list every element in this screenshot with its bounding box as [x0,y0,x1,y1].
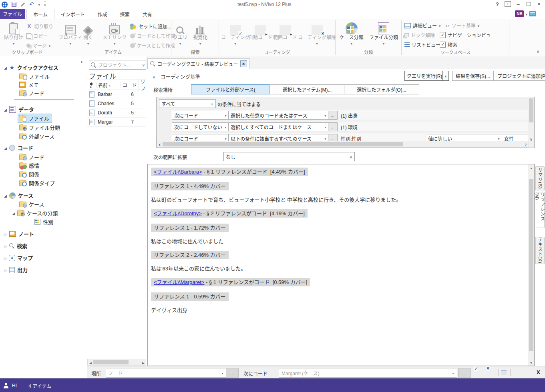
uncode-button[interactable]: コーディング解除 [298,20,336,46]
scrollbar-thumb[interactable] [93,360,129,364]
expanded-icon[interactable] [4,64,7,70]
tab-import[interactable]: インポート [54,9,91,19]
add-to-project-button[interactable]: プロジェクトに追加(P)... [494,71,545,81]
horizontal-scrollbar[interactable] [87,359,147,366]
help-icon[interactable] [492,0,503,8]
column-codes[interactable]: コード [121,82,139,88]
scroll-right-icon[interactable] [141,360,146,365]
save-icon[interactable] [12,2,16,7]
create-as-case-button[interactable]: ケースとして作成 [130,42,175,49]
undock-button[interactable]: ドック解除 [404,32,435,38]
user-avatar-badge[interactable]: NB [515,10,524,17]
nav-nodes[interactable]: ノード [19,153,44,161]
scroll-down-icon[interactable] [530,360,533,365]
expanded-icon[interactable] [4,145,7,151]
restore-icon[interactable] [523,0,534,8]
user-dropdown-icon[interactable] [525,11,527,17]
tab-home[interactable]: ホーム [26,9,54,20]
file-menu-tab[interactable]: ファイル [0,9,25,19]
nav-file-classifications[interactable]: ファイル分類 [19,123,60,132]
nav-externals[interactable]: 外部ソース [19,132,54,140]
location-browse-button[interactable]: . . . [226,368,239,378]
visualize-button[interactable]: 視覚化 [193,20,207,46]
nav-cases-folder[interactable]: ケース [19,200,44,208]
scrollbar-thumb[interactable] [163,142,403,146]
nav-maps[interactable]: マップ [4,254,33,262]
save-results-button[interactable]: 結果を保存(S)... [452,71,494,81]
autocode-button[interactable]: 自動コード [248,20,272,40]
copy-button[interactable]: コピー [26,32,48,39]
file-link[interactable]: <ファイル\\Barbara> [154,169,202,175]
nav-qa-nodes[interactable]: ノード [19,89,44,97]
expanded-icon[interactable] [12,210,15,216]
nav-qa-memos[interactable]: メモ [19,80,39,89]
search-dropdown-icon[interactable] [142,62,145,68]
list-view-button[interactable]: リストビュー [404,41,444,48]
nav-search[interactable]: 検索 [4,242,27,250]
collapsed-icon[interactable] [4,255,7,261]
expanded-icon[interactable] [4,192,7,198]
spread-dropdown[interactable]: なし [223,152,355,161]
nav-cases[interactable]: ケース [4,191,33,200]
collapsed-icon[interactable] [4,267,7,273]
results-vertical-scrollbar[interactable] [528,164,534,366]
nav-sentiment[interactable]: 感情 [19,161,39,170]
pin-column-icon[interactable] [90,83,94,87]
operand-dropdown[interactable]: 選択した任意のコードまたはケース [228,111,329,120]
scope-selected-folders-button[interactable]: 選択したフォルダ(O)... [344,84,419,94]
quick-access-customize-icon[interactable] [44,2,46,8]
scrollbar-thumb[interactable] [529,98,533,122]
edit-icon[interactable] [21,2,25,7]
close-icon[interactable] [534,0,544,8]
add-to-set-button[interactable]: セットに追加... [130,23,171,30]
nav-files-selected[interactable]: ファイル [18,114,52,122]
detail-view-button[interactable]: 詳細ビュー [404,22,441,29]
open-button[interactable]: 開く [83,20,93,46]
minimize-icon[interactable] [513,0,523,8]
collapse-ribbon-icon[interactable] [537,48,539,54]
run-query-dropdown[interactable] [442,71,449,81]
cut-button[interactable]: 切り取り [26,23,53,30]
collapsed-icon[interactable] [4,231,7,237]
tab-coding-query-results[interactable]: コーディングクエリ - 結果プレビュー [147,58,250,69]
feedback-bubble-icon[interactable] [529,11,536,16]
checkbox-checked-icon[interactable] [440,42,446,48]
pick-items-button[interactable]: ... [328,111,338,120]
nav-qa-files[interactable]: ファイル [19,72,50,80]
operator-dropdown[interactable]: 次にコードしていない [172,122,229,131]
side-tab-summary[interactable]: サマリ(S) [535,166,545,190]
range-code-button[interactable]: 範囲コード [273,20,297,40]
tab-share[interactable]: 共有 [136,9,159,19]
app-icon[interactable] [2,2,8,8]
ribbon-display-icon[interactable] [503,0,513,8]
sort-by-button[interactable]: ソート基準 [445,22,479,29]
scope-files-externals-button[interactable]: ファイルと外部ソース( [191,84,270,94]
collapsed-icon[interactable] [4,243,7,249]
nav-output[interactable]: 出力 [4,266,28,274]
paste-button[interactable]: 貼り付け [4,20,23,46]
collapse-criteria-icon[interactable] [153,74,155,80]
project-search-box[interactable]: プロジェクト... [89,60,147,70]
tab-create[interactable]: 作成 [91,9,114,19]
scope-selected-items-button[interactable]: 選択したアイテム(M)... [269,84,345,94]
close-tab-icon[interactable] [240,60,247,67]
location-dropdown[interactable]: ノード [106,368,227,378]
create-as-code-button[interactable]: コードとして作成 [130,32,175,39]
scroll-left-icon[interactable] [157,142,163,147]
scroll-down-icon[interactable] [530,136,533,142]
expanded-icon[interactable] [4,106,7,112]
file-link[interactable]: <ファイル\\Margaret> [154,279,204,285]
pick-items-button[interactable]: ... [328,122,338,131]
side-tab-text[interactable]: テキスト(X) [535,237,545,264]
properties-button[interactable]: プロパティ [58,20,82,46]
nav-codes[interactable]: コード [4,144,33,152]
checkbox-checked-icon[interactable] [440,32,446,38]
recent-codes-icon[interactable] [501,370,507,374]
scroll-up-icon[interactable] [530,165,533,170]
table-row[interactable]: Charles5 [87,99,146,108]
tab-explore[interactable]: 探索 [114,9,136,19]
table-row[interactable]: Doroth5 [87,108,146,118]
memolink-button[interactable]: メモリンク [103,20,127,46]
case-classification-button[interactable]: ケース分類 [340,20,363,46]
nav-relationships[interactable]: 関係 [19,170,39,178]
